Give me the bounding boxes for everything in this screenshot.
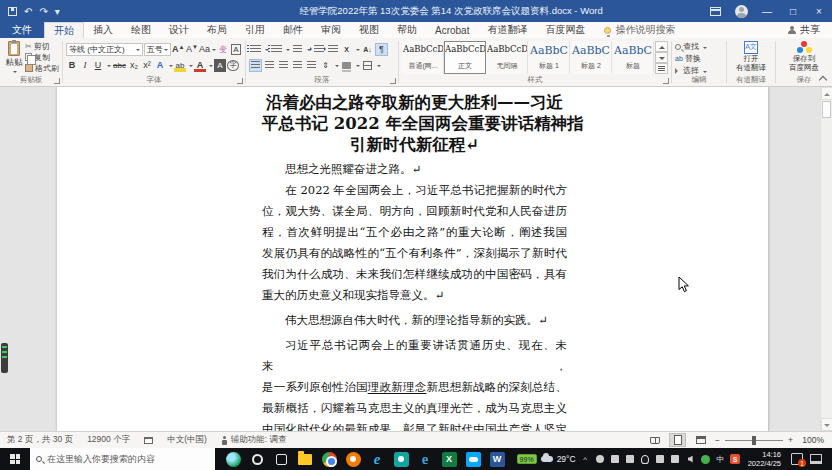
- word-count[interactable]: 12900 个字: [80, 434, 137, 446]
- zoom-level[interactable]: 100%: [798, 435, 824, 445]
- doc-title-line[interactable]: 平总书记 2022 年全国两会重要讲话精神指: [262, 113, 567, 134]
- battery-indicator[interactable]: 99%: [517, 454, 537, 464]
- doc-line[interactable]: 思想之光照耀奋进之路。↵: [262, 159, 567, 180]
- tab-help[interactable]: 帮助: [388, 22, 426, 38]
- doc-line[interactable]: 我们为什么成功、未来我们怎样继续成功的中国密码，具有: [262, 264, 567, 285]
- style-card-4[interactable]: AaBbC标题 1: [528, 41, 570, 74]
- open-youdao-translate-button[interactable]: A文 打开有道翻译: [736, 41, 766, 72]
- tray-monitor-icon[interactable]: [670, 454, 681, 465]
- tab-mailings[interactable]: 邮件: [274, 22, 312, 38]
- taskbar-search-box[interactable]: 在这里输入你要搜索的内容: [30, 448, 215, 470]
- tab-youdao-translate[interactable]: 有道翻译: [478, 22, 536, 38]
- doc-line[interactable]: 重大的历史意义和现实指导意义。↵: [262, 285, 567, 306]
- multilevel-list-button[interactable]: [291, 43, 304, 56]
- grow-font-button[interactable]: A▲: [172, 43, 185, 56]
- style-card-3[interactable]: AaBbCcDd无间隔: [486, 41, 528, 74]
- doc-title-line[interactable]: 引新时代新征程↵: [262, 134, 567, 155]
- shrink-font-button[interactable]: A▼: [186, 43, 198, 56]
- qat-customize-icon[interactable]: ▾: [55, 6, 60, 17]
- undo-icon[interactable]: ↶: [24, 6, 32, 17]
- doc-paragraph[interactable]: 思想之光照耀奋进之路。↵: [262, 159, 567, 180]
- styles-scroll-down-button[interactable]: [655, 52, 668, 63]
- accessibility-status[interactable]: 辅助功能: 调查: [214, 434, 294, 446]
- bold-button[interactable]: B: [66, 59, 78, 72]
- doc-line[interactable]: 是一系列原创性治国理政新理念新思想新战略的深刻总结、: [262, 377, 567, 398]
- highlight-color-button[interactable]: ab: [174, 59, 186, 72]
- cortana-icon[interactable]: [245, 448, 269, 470]
- tab-file[interactable]: 文件: [0, 22, 44, 38]
- vertical-scrollbar[interactable]: [820, 87, 832, 431]
- tab-home[interactable]: 开始: [44, 22, 84, 38]
- strikethrough-button[interactable]: abc: [112, 59, 127, 72]
- doc-line[interactable]: 中国化时代化的最新成果，彰显了新时代中国共产党人坚定: [262, 419, 567, 431]
- tray-microphone-icon[interactable]: [595, 454, 606, 465]
- bullets-button[interactable]: [249, 43, 262, 56]
- redo-icon[interactable]: ↷: [39, 6, 47, 17]
- doc-line[interactable]: 伟大思想源自伟大时代，新的理论指导新的实践。↵: [262, 310, 567, 331]
- line-spacing-button[interactable]: ⇕: [319, 59, 332, 72]
- excel-icon[interactable]: X: [437, 448, 461, 470]
- scroll-up-button[interactable]: [821, 87, 832, 100]
- doc-paragraph[interactable]: 伟大思想源自伟大时代，新的理论指导新的实践。↵: [262, 310, 567, 331]
- tab-baidu-netdisk[interactable]: 百度网盘: [536, 22, 594, 38]
- style-card-1[interactable]: AaBbCcDd普通(网...: [402, 41, 444, 74]
- document-canvas[interactable]: 沿着必由之路夺取新的更大胜利——习近平总书记 2022 年全国两会重要讲话精神指…: [0, 87, 832, 431]
- asian-layout-button[interactable]: X: [340, 43, 353, 56]
- tray-input-pin-icon[interactable]: 中: [715, 454, 726, 465]
- tray-box-icon[interactable]: [625, 454, 636, 465]
- file-explorer-icon[interactable]: [293, 448, 317, 470]
- character-shading-button[interactable]: A: [214, 59, 226, 72]
- print-layout-button[interactable]: [669, 433, 686, 447]
- clipboard-dialog-launcher[interactable]: [54, 78, 60, 84]
- paste-button[interactable]: 粘贴: [3, 41, 25, 74]
- tab-references[interactable]: 引用: [236, 22, 274, 38]
- replace-button[interactable]: ab替换: [675, 53, 723, 64]
- enclose-characters-button[interactable]: 字: [227, 60, 239, 71]
- zoom-out-button[interactable]: −: [715, 435, 720, 445]
- show-marks-button[interactable]: ¶: [375, 43, 388, 56]
- text-effects-button[interactable]: A: [154, 59, 166, 72]
- tell-me-search[interactable]: 操作说明搜索: [594, 22, 675, 38]
- font-dialog-launcher[interactable]: [237, 78, 243, 84]
- align-center-button[interactable]: [263, 59, 276, 72]
- italic-button[interactable]: I: [79, 59, 91, 72]
- styles-scroll-up-button[interactable]: [655, 41, 668, 52]
- save-icon[interactable]: [8, 7, 17, 16]
- web-layout-button[interactable]: [692, 433, 709, 447]
- underlined-phrase[interactable]: 理政新理念: [368, 380, 427, 394]
- paragraph-dialog-launcher[interactable]: [390, 78, 396, 84]
- chrome-orange-icon[interactable]: [341, 448, 365, 470]
- change-case-button[interactable]: Aa: [199, 43, 216, 56]
- baidu-netdisk-icon[interactable]: [461, 448, 485, 470]
- browser-globe-icon[interactable]: [221, 448, 245, 470]
- temperature[interactable]: 29°C: [557, 454, 576, 464]
- styles-dialog-launcher[interactable]: [663, 78, 669, 84]
- maximize-button[interactable]: □: [780, 0, 806, 22]
- tray-qq-icon[interactable]: [640, 454, 651, 465]
- increase-indent-button[interactable]: [326, 43, 339, 56]
- doc-line[interactable]: 位，观大势、谋全局、明方向，回顾新时代党和人民奋进历: [262, 201, 567, 222]
- tab-review[interactable]: 审阅: [312, 22, 350, 38]
- superscript-button[interactable]: x²: [141, 59, 153, 72]
- tab-view[interactable]: 视图: [350, 22, 388, 38]
- doc-line[interactable]: 最新概括，闪耀着马克思主义的真理光芒，成为马克思主义: [262, 398, 567, 419]
- zoom-slider-thumb[interactable]: [752, 436, 756, 445]
- zoom-in-button[interactable]: +: [788, 435, 793, 445]
- word-icon[interactable]: W: [485, 448, 509, 470]
- align-left-button[interactable]: [249, 59, 262, 72]
- sort-button[interactable]: A↓: [361, 43, 374, 56]
- zoom-slider[interactable]: [725, 440, 783, 441]
- distribute-button[interactable]: [305, 59, 318, 72]
- chrome-icon[interactable]: [317, 448, 341, 470]
- tray-security-green-icon[interactable]: [700, 454, 711, 465]
- screen-recorder-handle[interactable]: [1, 343, 8, 373]
- numbering-button[interactable]: [270, 43, 283, 56]
- styles-more-button[interactable]: [655, 63, 668, 74]
- doc-line[interactable]: 在 2022 年全国两会上，习近平总书记把握新的时代方: [262, 180, 567, 201]
- copy-button[interactable]: 复制: [25, 52, 59, 62]
- tray-volume-icon[interactable]: [685, 454, 696, 465]
- document-text[interactable]: 沿着必由之路夺取新的更大胜利——习近平总书记 2022 年全国两会重要讲话精神指…: [262, 92, 567, 431]
- edge-icon[interactable]: e: [413, 448, 437, 470]
- proofing-status[interactable]: [137, 437, 160, 444]
- language-indicator[interactable]: 中文(中国): [160, 434, 214, 446]
